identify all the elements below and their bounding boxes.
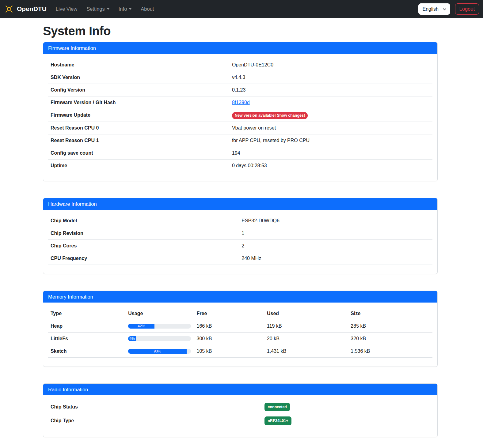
firmware-card-body: Hostname OpenDTU-0E12C0 SDK Version v4.4… — [43, 54, 437, 181]
row-value: 240 MHz — [239, 252, 432, 265]
row-label: Chip Cores — [48, 239, 239, 252]
nav-item-about-label: About — [141, 6, 154, 12]
free-value: 166 kB — [194, 320, 264, 332]
row-value: nRF24L01+ — [262, 414, 432, 428]
row-value: for APP CPU, reseted by PRO CPU — [230, 134, 432, 147]
column-header-usage: Usage — [126, 307, 194, 320]
row-label: Hostname — [48, 59, 230, 71]
table-row: Chip Model ESP32-D0WDQ6 — [48, 215, 432, 227]
git-hash-link[interactable]: 8f1390d — [232, 100, 250, 105]
nav-item-info-label: Info — [119, 6, 127, 12]
table-row: Sketch 93% 105 kB 1,431 kB 1,536 kB — [48, 345, 432, 357]
memory-table: Type Usage Free Used Size Heap 42% — [48, 307, 432, 358]
row-label: Firmware Version / Git Hash — [48, 96, 230, 109]
column-header-size: Size — [348, 307, 432, 320]
row-label: Uptime — [48, 159, 230, 172]
firmware-card-header: Firmware Information — [43, 42, 437, 54]
language-select-wrap: English — [418, 3, 450, 15]
usage-cell: 6% — [126, 332, 194, 345]
memory-card-header: Memory Information — [43, 291, 437, 303]
progress-track: 93% — [128, 349, 191, 354]
table-row: Config Version 0.1.23 — [48, 84, 432, 96]
memory-type: Heap — [48, 320, 126, 332]
table-row: CPU Frequency 240 MHz — [48, 252, 432, 265]
row-label: Reset Reason CPU 1 — [48, 134, 230, 147]
table-row: Chip Status connected — [48, 400, 432, 414]
row-label: Firmware Update — [48, 109, 230, 122]
table-row: Config save count 194 — [48, 147, 432, 159]
chip-type-badge: nRF24L01+ — [264, 416, 291, 425]
size-value: 320 kB — [348, 332, 432, 345]
hardware-table: Chip Model ESP32-D0WDQ6 Chip Revision 1 … — [48, 215, 432, 265]
row-value: New version available! Show changes! — [230, 109, 432, 122]
firmware-information-card: Firmware Information Hostname OpenDTU-0E… — [43, 42, 438, 181]
radio-card-body: Chip Status connected Chip Type nRF24L01… — [43, 395, 437, 437]
page-title: System Info — [43, 24, 438, 38]
progress-bar: 6% — [128, 336, 136, 341]
nav-links: Live View Settings Info About — [53, 4, 161, 14]
row-value: OpenDTU-0E12C0 — [230, 59, 432, 71]
row-value: 1 — [239, 227, 432, 239]
hardware-information-card: Hardware Information Chip Model ESP32-D0… — [43, 198, 438, 274]
progress-track: 42% — [128, 324, 191, 329]
table-row: Firmware Version / Git Hash 8f1390d — [48, 96, 432, 109]
nav-item-info[interactable]: Info — [116, 4, 134, 14]
sun-icon — [4, 4, 14, 14]
free-value: 300 kB — [194, 332, 264, 345]
firmware-update-badge[interactable]: New version available! Show changes! — [232, 112, 308, 119]
usage-cell: 42% — [126, 320, 194, 332]
language-select[interactable]: English — [418, 3, 450, 15]
hardware-card-header: Hardware Information — [43, 198, 437, 210]
row-label: Config Version — [48, 84, 230, 96]
firmware-table: Hostname OpenDTU-0E12C0 SDK Version v4.4… — [48, 59, 432, 172]
table-row: Heap 42% 166 kB 119 kB 285 kB — [48, 320, 432, 332]
nav-item-about[interactable]: About — [138, 4, 156, 14]
navbar-right: English Logout — [418, 3, 479, 15]
table-row: SDK Version v4.4.3 — [48, 71, 432, 84]
used-value: 20 kB — [264, 332, 348, 345]
table-row: LittleFs 6% 300 kB 20 kB 320 kB — [48, 332, 432, 345]
radio-card-header: Radio Information — [43, 384, 437, 395]
memory-type: Sketch — [48, 345, 126, 357]
row-value: 0 days 00:28:53 — [230, 159, 432, 172]
table-row: Firmware Update New version available! S… — [48, 109, 432, 122]
table-row: Chip Cores 2 — [48, 239, 432, 252]
row-label: Config save count — [48, 147, 230, 159]
brand[interactable]: OpenDTU — [4, 4, 47, 14]
row-label: Chip Revision — [48, 227, 239, 239]
table-row: Chip Type nRF24L01+ — [48, 414, 432, 428]
table-row: Uptime 0 days 00:28:53 — [48, 159, 432, 172]
nav-item-live-view[interactable]: Live View — [53, 4, 80, 14]
progress-bar: 42% — [128, 324, 154, 329]
row-value: 0.1.23 — [230, 84, 432, 96]
memory-information-card: Memory Information Type Usage Free Used … — [43, 291, 438, 367]
size-value: 285 kB — [348, 320, 432, 332]
main-content: System Info Firmware Information Hostnam… — [43, 24, 438, 448]
row-label: Chip Type — [48, 414, 262, 428]
chip-status-badge: connected — [264, 403, 290, 412]
row-value: 2 — [239, 239, 432, 252]
hardware-card-body: Chip Model ESP32-D0WDQ6 Chip Revision 1 … — [43, 210, 437, 274]
row-label: SDK Version — [48, 71, 230, 84]
table-row: Chip Revision 1 — [48, 227, 432, 239]
table-row: Hostname OpenDTU-0E12C0 — [48, 59, 432, 71]
column-header-type: Type — [48, 307, 126, 320]
memory-card-body: Type Usage Free Used Size Heap 42% — [43, 303, 437, 367]
radio-table: Chip Status connected Chip Type nRF24L01… — [48, 400, 432, 428]
brand-label: OpenDTU — [17, 5, 47, 13]
nav-item-settings-label: Settings — [86, 6, 105, 12]
nav-item-live-view-label: Live View — [56, 6, 77, 12]
nav-item-settings[interactable]: Settings — [84, 4, 112, 14]
chevron-down-icon — [129, 8, 131, 10]
progress-bar: 93% — [128, 349, 187, 354]
table-header-row: Type Usage Free Used Size — [48, 307, 432, 320]
row-value: connected — [262, 400, 432, 414]
usage-cell: 93% — [126, 345, 194, 357]
logout-button[interactable]: Logout — [455, 3, 479, 15]
table-row: Reset Reason CPU 1 for APP CPU, reseted … — [48, 134, 432, 147]
row-label: Chip Status — [48, 400, 262, 414]
memory-type: LittleFs — [48, 332, 126, 345]
used-value: 1,431 kB — [264, 345, 348, 357]
free-value: 105 kB — [194, 345, 264, 357]
column-header-free: Free — [194, 307, 264, 320]
